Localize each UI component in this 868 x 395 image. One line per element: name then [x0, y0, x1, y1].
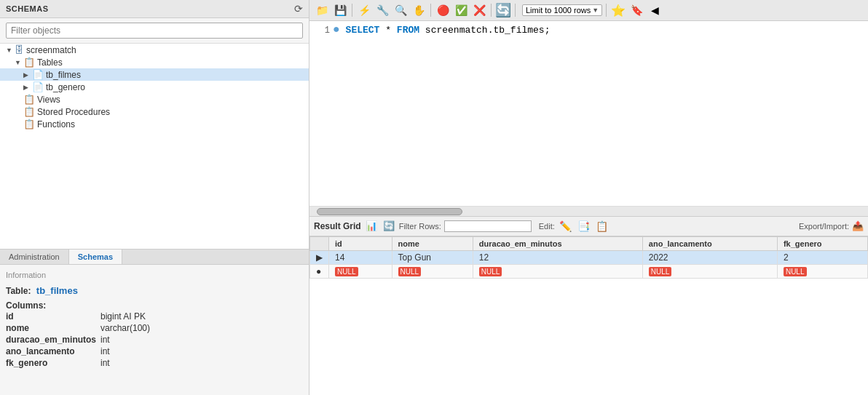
table-cell[interactable]: NULL	[392, 264, 473, 278]
edit-pencil-icon[interactable]: ✏️	[559, 220, 572, 232]
limit-box: Limit to 1000 rows ▼	[522, 4, 602, 16]
table-name-row: Table: tb_filmes	[6, 285, 303, 296]
columns-label: Columns:	[6, 300, 303, 311]
tb-filmes-label: tb_filmes	[46, 70, 81, 80]
find-button[interactable]: 🔍	[392, 2, 409, 18]
execute-button[interactable]: ⚡	[356, 2, 372, 18]
null-badge: NULL	[335, 267, 358, 276]
col-name: id	[6, 311, 100, 322]
column-info-row: ano_lancamentoint	[6, 346, 303, 357]
result-table: id nome duracao_em_minutos ano_lancament…	[309, 236, 868, 279]
tb-genero-label: tb_genero	[46, 82, 85, 92]
col-type: int	[100, 358, 110, 368]
horizontal-scrollbar[interactable]	[309, 207, 868, 217]
null-badge: NULL	[398, 267, 422, 276]
header-fk: fk_genero	[777, 236, 867, 250]
col-type: int	[100, 346, 110, 356]
schema-tree: ▼ 🗄 screenmatch ▼ 📋 Tables ▶ 📄 tb_filmes…	[0, 44, 309, 249]
filter-rows-label: Filter Rows:	[399, 222, 441, 231]
tables-label: Tables	[37, 57, 63, 68]
back-button[interactable]: ◀	[647, 2, 663, 18]
header-ano: ano_lancamento	[642, 236, 777, 250]
schema-arrow: ▼	[6, 47, 15, 54]
schemas-refresh-icon[interactable]: ⟳	[294, 3, 303, 15]
schema-label: screenmatch	[26, 45, 76, 55]
column-info-row: fk_generoint	[6, 357, 303, 369]
table-cell[interactable]: NULL	[642, 264, 777, 278]
schema-icon: 🗄	[15, 44, 24, 55]
table-cell[interactable]: NULL	[777, 264, 867, 278]
filter-rows-input[interactable]	[444, 220, 532, 232]
table-cell[interactable]: NULL	[473, 264, 642, 278]
col-name: duracao_em_minutos	[6, 335, 100, 345]
result-grid-tab[interactable]: Result Grid	[314, 221, 361, 231]
tree-tables[interactable]: ▼ 📋 Tables	[0, 56, 309, 68]
sql-from-keyword: FROM	[397, 25, 419, 36]
sql-table-ref: screenmatch.tb_filmes;	[419, 25, 550, 36]
limit-arrow-icon[interactable]: ▼	[592, 7, 599, 14]
tree-schema-screenmatch[interactable]: ▼ 🗄 screenmatch	[0, 44, 309, 56]
table-row[interactable]: ▶14Top Gun1220222	[310, 250, 868, 264]
result-toolbar: Result Grid 📊 🔄 Filter Rows: Edit: ✏️ 📑 …	[309, 217, 868, 236]
table-cell[interactable]: 2022	[642, 250, 777, 264]
tree-views[interactable]: 📋 Views	[0, 93, 309, 105]
schemas-header: SCHEMAS ⟳	[0, 0, 309, 18]
open-button[interactable]: 📁	[314, 2, 330, 18]
func-icon: 📋	[23, 119, 35, 129]
null-badge: NULL	[784, 267, 807, 276]
data-grid: id nome duracao_em_minutos ano_lancament…	[309, 236, 868, 396]
col-type: varchar(100)	[100, 323, 150, 333]
tables-icon: 📋	[23, 57, 35, 68]
filter-input[interactable]	[6, 23, 303, 39]
filter-box	[0, 18, 309, 44]
export-label: Export/Import:	[799, 222, 849, 231]
export-icon[interactable]: 📤	[852, 220, 864, 231]
table-cell[interactable]: 2	[777, 250, 867, 264]
explain-button[interactable]: 🔧	[374, 2, 390, 18]
result-chart-icon[interactable]: 📊	[364, 219, 379, 234]
toolbar-sep-4	[515, 4, 516, 17]
toolbar-sep-3	[491, 4, 492, 17]
refresh-button[interactable]: 🔄	[495, 2, 511, 18]
sp-icon: 📋	[23, 106, 35, 117]
sql-editor[interactable]: 1 ● SELECT * FROM screenmatch.tb_filmes;	[309, 21, 868, 207]
hand-button[interactable]: ✋	[411, 2, 427, 18]
edit-table-icon[interactable]: 📋	[596, 220, 608, 232]
col-name: ano_lancamento	[6, 346, 100, 356]
result-refresh-icon[interactable]: 🔄	[382, 219, 396, 234]
sp-label: Stored Procedures	[37, 107, 110, 117]
info-section-label: Information	[6, 271, 303, 279]
col-type: int	[100, 335, 110, 345]
table-cell[interactable]: 12	[473, 250, 642, 264]
tree-stored-procedures[interactable]: 📋 Stored Procedures	[0, 105, 309, 118]
tree-functions[interactable]: 📋 Functions	[0, 118, 309, 130]
tree-table-tb-genero[interactable]: ▶ 📄 tb_genero	[0, 81, 309, 93]
null-badge: NULL	[649, 267, 672, 276]
main-toolbar: 📁 💾 ⚡ 🔧 🔍 ✋ 🔴 ✅ ❌ 🔄 Limit to 1000 rows ▼…	[309, 0, 868, 21]
bookmark-button[interactable]: 🔖	[628, 2, 644, 18]
star-button[interactable]: ⭐	[610, 2, 626, 18]
tree-table-tb-filmes[interactable]: ▶ 📄 tb_filmes	[0, 68, 309, 81]
views-icon: 📋	[23, 94, 35, 105]
edit-grid-icon[interactable]: 📑	[577, 220, 590, 232]
tab-schemas[interactable]: Schemas	[69, 250, 122, 264]
left-panel: SCHEMAS ⟳ ▼ 🗄 screenmatch ▼ 📋 Tables ▶	[0, 0, 309, 395]
row-marker: ▶	[310, 250, 329, 264]
check-button[interactable]: ✅	[453, 2, 469, 18]
save-button[interactable]: 💾	[332, 2, 348, 18]
table-row[interactable]: ●NULLNULLNULLNULLNULL	[310, 264, 868, 278]
schemas-title: SCHEMAS	[6, 4, 49, 13]
table-cell[interactable]: NULL	[329, 264, 392, 278]
tab-administration[interactable]: Administration	[0, 250, 69, 264]
header-nome: nome	[392, 236, 473, 250]
info-panel: Information Table: tb_filmes Columns: id…	[0, 264, 309, 395]
cancel-button[interactable]: ❌	[471, 2, 487, 18]
right-panel: 📁 💾 ⚡ 🔧 🔍 ✋ 🔴 ✅ ❌ 🔄 Limit to 1000 rows ▼…	[309, 0, 868, 395]
table-cell[interactable]: Top Gun	[392, 250, 473, 264]
table-cell[interactable]: 14	[329, 250, 392, 264]
left-tab-bar: Administration Schemas	[0, 249, 309, 264]
edit-label: Edit:	[539, 222, 555, 231]
func-label: Functions	[37, 119, 75, 129]
scrollbar-thumb[interactable]	[317, 208, 462, 215]
stop-button[interactable]: 🔴	[435, 2, 451, 18]
